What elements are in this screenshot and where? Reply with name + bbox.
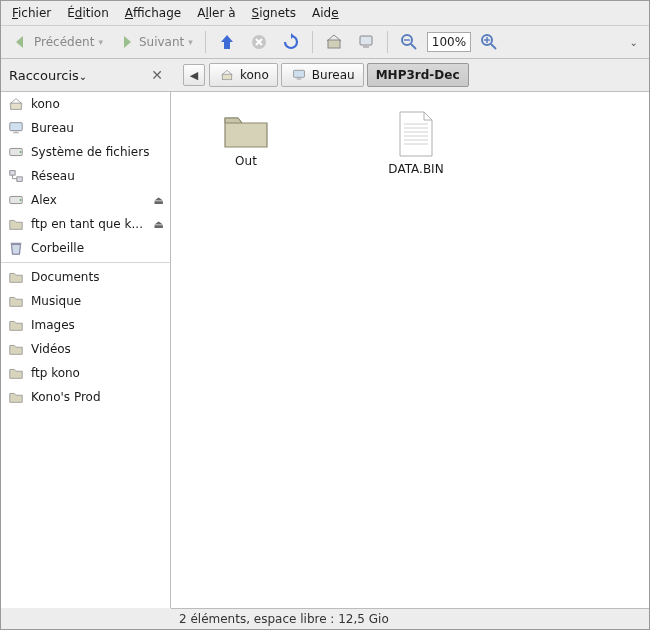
main-area: konoBureauSystème de fichiersRéseauAlex⏏… (1, 92, 649, 608)
back-label: Précédent (34, 35, 94, 49)
separator (205, 31, 206, 53)
svg-rect-2 (360, 36, 372, 45)
menu-edit[interactable]: Édition (60, 4, 116, 22)
menu-file[interactable]: Fichier (5, 4, 58, 22)
sidebar-title[interactable]: Raccourcis⌄ (7, 68, 89, 83)
toolbar: Précédent ▾ Suivant ▾ (1, 26, 649, 59)
svg-rect-20 (17, 177, 22, 181)
folder-icon (7, 340, 25, 358)
sidebar-item-label: Kono's Prod (31, 390, 101, 404)
up-button[interactable] (213, 30, 241, 54)
home-button[interactable] (320, 30, 348, 54)
svg-rect-14 (11, 103, 22, 109)
sidebar-item-r-seau[interactable]: Réseau (1, 164, 170, 188)
content-pane[interactable]: OutDATA.BIN (171, 92, 649, 608)
sidebar-item-label: ftp en tant que k... (31, 217, 143, 231)
eject-icon[interactable]: ⏏ (154, 194, 164, 207)
svg-rect-12 (293, 70, 304, 77)
svg-rect-3 (363, 46, 369, 48)
eject-icon[interactable]: ⏏ (154, 218, 164, 231)
sidebar-item-label: Bureau (31, 121, 74, 135)
stop-button[interactable] (245, 30, 273, 54)
svg-point-18 (20, 151, 22, 153)
home-icon (218, 66, 236, 84)
stop-icon (250, 33, 268, 51)
sidebar-item-syst-me-de-fichiers[interactable]: Système de fichiers (1, 140, 170, 164)
sidebar-item-vid-os[interactable]: Vidéos (1, 337, 170, 361)
sidebar-item-label: Réseau (31, 169, 75, 183)
breadcrumb-label: kono (240, 68, 269, 82)
folder-item[interactable]: Out (201, 110, 291, 168)
breadcrumb-label: MHP3rd-Dec (376, 68, 460, 82)
sidebar-item-label: Documents (31, 270, 99, 284)
sidebar-item-label: Musique (31, 294, 81, 308)
menu-go[interactable]: Aller à (190, 4, 242, 22)
svg-line-8 (491, 44, 496, 49)
menu-help[interactable]: Aide (305, 4, 346, 22)
sidebar-item-documents[interactable]: Documents (1, 265, 170, 289)
item-label: DATA.BIN (388, 162, 443, 176)
menu-bookmarks[interactable]: Signets (245, 4, 304, 22)
breadcrumb-2[interactable]: MHP3rd-Dec (367, 63, 469, 87)
forward-button[interactable]: Suivant ▾ (112, 30, 198, 54)
folder-icon (222, 110, 270, 150)
svg-rect-13 (296, 78, 301, 80)
sidebar-item-images[interactable]: Images (1, 313, 170, 337)
sidebar: konoBureauSystème de fichiersRéseauAlex⏏… (1, 92, 171, 608)
sidebar-item-label: kono (31, 97, 60, 111)
menu-view[interactable]: Affichage (118, 4, 188, 22)
zoom-in-button[interactable] (475, 30, 503, 54)
svg-rect-16 (13, 132, 18, 134)
chevron-down-icon: ▾ (188, 37, 193, 47)
sidebar-item-label: Vidéos (31, 342, 71, 356)
path-back-button[interactable]: ◀ (183, 64, 205, 86)
close-sidebar-button[interactable]: ✕ (145, 67, 169, 83)
arrow-left-icon (12, 33, 30, 51)
zoom-in-icon (480, 33, 498, 51)
sidebar-item-musique[interactable]: Musique (1, 289, 170, 313)
sidebar-divider (1, 262, 170, 263)
folder-icon (7, 388, 25, 406)
chevron-down-icon: ▾ (98, 37, 103, 47)
folder-icon (7, 215, 25, 233)
chevron-left-icon: ◀ (190, 69, 198, 82)
forward-label: Suivant (139, 35, 184, 49)
svg-rect-19 (10, 171, 15, 175)
sidebar-item-label: Corbeille (31, 241, 84, 255)
svg-point-22 (20, 199, 22, 201)
computer-button[interactable] (352, 30, 380, 54)
desktop-icon (290, 66, 308, 84)
breadcrumb-1[interactable]: Bureau (281, 63, 364, 87)
sidebar-item-ftp-kono[interactable]: ftp kono (1, 361, 170, 385)
sidebar-item-corbeille[interactable]: Corbeille (1, 236, 170, 260)
sidebar-item-alex[interactable]: Alex⏏ (1, 188, 170, 212)
zoom-field[interactable]: 100% (427, 32, 471, 52)
breadcrumb-0[interactable]: kono (209, 63, 278, 87)
sidebar-item-kono[interactable]: kono (1, 92, 170, 116)
svg-rect-1 (328, 40, 340, 48)
desktop-icon (7, 119, 25, 137)
file-icon (396, 110, 436, 158)
sidebar-item-ftp-en-tant-que-k-[interactable]: ftp en tant que k...⏏ (1, 212, 170, 236)
network-icon (7, 167, 25, 185)
svg-rect-23 (11, 243, 22, 245)
home-icon (325, 33, 343, 51)
reload-button[interactable] (277, 30, 305, 54)
svg-rect-11 (222, 74, 231, 79)
reload-icon (282, 33, 300, 51)
svg-rect-15 (10, 123, 22, 131)
zoom-out-icon (400, 33, 418, 51)
sidebar-item-kono-s-prod[interactable]: Kono's Prod (1, 385, 170, 409)
zoom-out-button[interactable] (395, 30, 423, 54)
sidebar-item-label: Images (31, 318, 75, 332)
back-button[interactable]: Précédent ▾ (7, 30, 108, 54)
folder-icon (7, 268, 25, 286)
separator (312, 31, 313, 53)
view-mode-button[interactable]: ⌄ (625, 34, 643, 51)
sidebar-item-bureau[interactable]: Bureau (1, 116, 170, 140)
sidebar-item-label: Alex (31, 193, 57, 207)
breadcrumb-label: Bureau (312, 68, 355, 82)
location-row: Raccourcis⌄ ✕ ◀ konoBureauMHP3rd-Dec (1, 59, 649, 92)
file-item[interactable]: DATA.BIN (371, 110, 461, 176)
path-bar: ◀ konoBureauMHP3rd-Dec (183, 63, 469, 87)
